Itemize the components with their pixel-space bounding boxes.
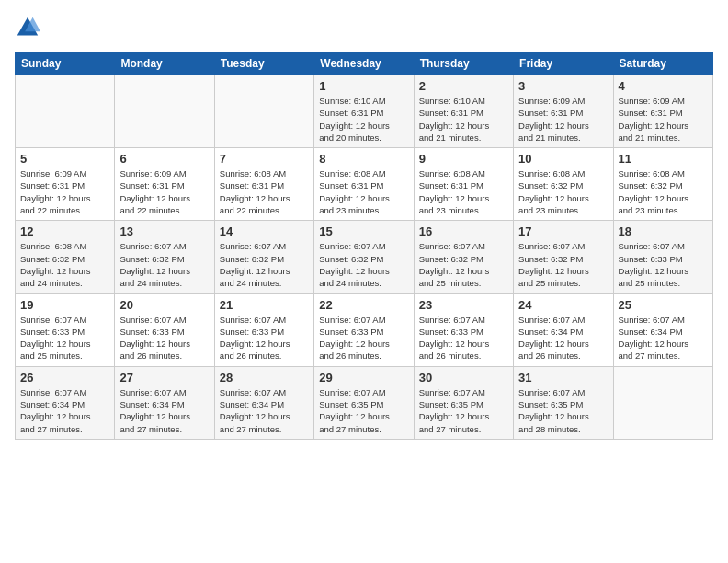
- calendar-cell: 20Sunrise: 6:07 AM Sunset: 6:33 PM Dayli…: [115, 293, 214, 366]
- calendar-week-1: 1Sunrise: 6:10 AM Sunset: 6:31 PM Daylig…: [16, 75, 713, 148]
- day-number: 26: [20, 371, 109, 385]
- day-info: Sunrise: 6:07 AM Sunset: 6:34 PM Dayligh…: [518, 314, 608, 362]
- day-number: 25: [619, 298, 708, 312]
- calendar-cell: 13Sunrise: 6:07 AM Sunset: 6:32 PM Dayli…: [115, 221, 214, 293]
- calendar-cell: 3Sunrise: 6:09 AM Sunset: 6:31 PM Daylig…: [514, 75, 613, 148]
- day-info: Sunrise: 6:07 AM Sunset: 6:34 PM Dayligh…: [619, 314, 708, 362]
- day-info: Sunrise: 6:08 AM Sunset: 6:31 PM Dayligh…: [319, 167, 408, 216]
- day-info: Sunrise: 6:07 AM Sunset: 6:32 PM Dayligh…: [419, 240, 508, 289]
- calendar-cell: 4Sunrise: 6:09 AM Sunset: 6:31 PM Daylig…: [613, 75, 712, 148]
- day-number: 17: [518, 224, 608, 238]
- day-number: 13: [119, 224, 209, 238]
- day-info: Sunrise: 6:10 AM Sunset: 6:31 PM Dayligh…: [319, 95, 408, 144]
- calendar-cell: 6Sunrise: 6:09 AM Sunset: 6:31 PM Daylig…: [115, 148, 214, 221]
- day-number: 10: [518, 152, 608, 166]
- day-number: 19: [20, 298, 109, 312]
- calendar-cell: 30Sunrise: 6:07 AM Sunset: 6:35 PM Dayli…: [414, 366, 513, 439]
- day-number: 8: [319, 152, 408, 166]
- day-info: Sunrise: 6:09 AM Sunset: 6:31 PM Dayligh…: [518, 95, 608, 144]
- day-number: 27: [119, 371, 209, 385]
- calendar-table: SundayMondayTuesdayWednesdayThursdayFrid…: [15, 52, 713, 440]
- calendar-week-2: 5Sunrise: 6:09 AM Sunset: 6:31 PM Daylig…: [16, 148, 713, 221]
- day-number: 30: [419, 371, 508, 385]
- weekday-header-saturday: Saturday: [613, 52, 712, 75]
- calendar-cell: 25Sunrise: 6:07 AM Sunset: 6:34 PM Dayli…: [613, 293, 712, 366]
- day-info: Sunrise: 6:07 AM Sunset: 6:32 PM Dayligh…: [319, 240, 408, 289]
- calendar-cell: [16, 75, 115, 148]
- weekday-header-wednesday: Wednesday: [314, 52, 414, 75]
- day-number: 18: [619, 224, 708, 238]
- calendar-cell: [214, 75, 313, 148]
- calendar-cell: 8Sunrise: 6:08 AM Sunset: 6:31 PM Daylig…: [314, 148, 414, 221]
- day-info: Sunrise: 6:07 AM Sunset: 6:34 PM Dayligh…: [119, 386, 209, 435]
- day-info: Sunrise: 6:07 AM Sunset: 6:33 PM Dayligh…: [319, 314, 408, 362]
- calendar-cell: 31Sunrise: 6:07 AM Sunset: 6:35 PM Dayli…: [514, 366, 613, 439]
- day-info: Sunrise: 6:07 AM Sunset: 6:32 PM Dayligh…: [220, 240, 309, 289]
- day-number: 31: [518, 371, 608, 385]
- day-number: 9: [419, 152, 508, 166]
- day-number: 7: [220, 152, 309, 166]
- weekday-header-tuesday: Tuesday: [214, 52, 313, 75]
- day-number: 29: [319, 371, 408, 385]
- day-info: Sunrise: 6:09 AM Sunset: 6:31 PM Dayligh…: [20, 167, 109, 216]
- calendar-cell: 1Sunrise: 6:10 AM Sunset: 6:31 PM Daylig…: [314, 75, 414, 148]
- day-info: Sunrise: 6:07 AM Sunset: 6:33 PM Dayligh…: [119, 314, 209, 362]
- calendar-cell: 5Sunrise: 6:09 AM Sunset: 6:31 PM Daylig…: [16, 148, 115, 221]
- calendar-cell: [115, 75, 214, 148]
- calendar-cell: 17Sunrise: 6:07 AM Sunset: 6:32 PM Dayli…: [514, 221, 613, 293]
- calendar-cell: 24Sunrise: 6:07 AM Sunset: 6:34 PM Dayli…: [514, 293, 613, 366]
- calendar-week-3: 12Sunrise: 6:08 AM Sunset: 6:32 PM Dayli…: [16, 221, 713, 293]
- calendar-cell: 27Sunrise: 6:07 AM Sunset: 6:34 PM Dayli…: [115, 366, 214, 439]
- day-number: 14: [220, 224, 309, 238]
- day-number: 2: [419, 79, 508, 93]
- day-info: Sunrise: 6:09 AM Sunset: 6:31 PM Dayligh…: [119, 167, 209, 216]
- calendar-cell: 12Sunrise: 6:08 AM Sunset: 6:32 PM Dayli…: [16, 221, 115, 293]
- calendar-cell: 22Sunrise: 6:07 AM Sunset: 6:33 PM Dayli…: [314, 293, 414, 366]
- day-info: Sunrise: 6:07 AM Sunset: 6:34 PM Dayligh…: [220, 386, 309, 435]
- day-info: Sunrise: 6:07 AM Sunset: 6:33 PM Dayligh…: [20, 314, 109, 362]
- calendar-cell: 26Sunrise: 6:07 AM Sunset: 6:34 PM Dayli…: [16, 366, 115, 439]
- day-number: 11: [619, 152, 708, 166]
- day-info: Sunrise: 6:07 AM Sunset: 6:32 PM Dayligh…: [119, 240, 209, 289]
- calendar-cell: 28Sunrise: 6:07 AM Sunset: 6:34 PM Dayli…: [214, 366, 313, 439]
- day-info: Sunrise: 6:08 AM Sunset: 6:32 PM Dayligh…: [20, 240, 109, 289]
- calendar-cell: 11Sunrise: 6:08 AM Sunset: 6:32 PM Dayli…: [613, 148, 712, 221]
- weekday-header-row: SundayMondayTuesdayWednesdayThursdayFrid…: [16, 52, 713, 75]
- page-header: [15, 15, 713, 40]
- calendar-cell: 7Sunrise: 6:08 AM Sunset: 6:31 PM Daylig…: [214, 148, 313, 221]
- day-number: 28: [220, 371, 309, 385]
- day-info: Sunrise: 6:07 AM Sunset: 6:34 PM Dayligh…: [20, 386, 109, 435]
- day-number: 15: [319, 224, 408, 238]
- day-info: Sunrise: 6:08 AM Sunset: 6:31 PM Dayligh…: [220, 167, 309, 216]
- day-info: Sunrise: 6:07 AM Sunset: 6:33 PM Dayligh…: [220, 314, 309, 362]
- day-number: 6: [119, 152, 209, 166]
- calendar-cell: 2Sunrise: 6:10 AM Sunset: 6:31 PM Daylig…: [414, 75, 513, 148]
- weekday-header-monday: Monday: [115, 52, 214, 75]
- weekday-header-sunday: Sunday: [16, 52, 115, 75]
- day-info: Sunrise: 6:07 AM Sunset: 6:35 PM Dayligh…: [319, 386, 408, 435]
- day-info: Sunrise: 6:09 AM Sunset: 6:31 PM Dayligh…: [619, 95, 708, 144]
- calendar-cell: 29Sunrise: 6:07 AM Sunset: 6:35 PM Dayli…: [314, 366, 414, 439]
- day-number: 12: [20, 224, 109, 238]
- day-number: 22: [319, 298, 408, 312]
- day-number: 20: [119, 298, 209, 312]
- calendar-week-5: 26Sunrise: 6:07 AM Sunset: 6:34 PM Dayli…: [16, 366, 713, 439]
- day-info: Sunrise: 6:08 AM Sunset: 6:32 PM Dayligh…: [518, 167, 608, 216]
- calendar-cell: 15Sunrise: 6:07 AM Sunset: 6:32 PM Dayli…: [314, 221, 414, 293]
- calendar-cell: 23Sunrise: 6:07 AM Sunset: 6:33 PM Dayli…: [414, 293, 513, 366]
- calendar-cell: 14Sunrise: 6:07 AM Sunset: 6:32 PM Dayli…: [214, 221, 313, 293]
- calendar-cell: 16Sunrise: 6:07 AM Sunset: 6:32 PM Dayli…: [414, 221, 513, 293]
- calendar-cell: 19Sunrise: 6:07 AM Sunset: 6:33 PM Dayli…: [16, 293, 115, 366]
- weekday-header-friday: Friday: [514, 52, 613, 75]
- day-number: 23: [419, 298, 508, 312]
- day-number: 5: [20, 152, 109, 166]
- calendar-cell: 10Sunrise: 6:08 AM Sunset: 6:32 PM Dayli…: [514, 148, 613, 221]
- day-number: 16: [419, 224, 508, 238]
- calendar-cell: 9Sunrise: 6:08 AM Sunset: 6:31 PM Daylig…: [414, 148, 513, 221]
- day-info: Sunrise: 6:07 AM Sunset: 6:35 PM Dayligh…: [419, 386, 508, 435]
- day-info: Sunrise: 6:10 AM Sunset: 6:31 PM Dayligh…: [419, 95, 508, 144]
- day-info: Sunrise: 6:07 AM Sunset: 6:32 PM Dayligh…: [518, 240, 608, 289]
- day-number: 3: [518, 79, 608, 93]
- weekday-header-thursday: Thursday: [414, 52, 513, 75]
- logo: [15, 15, 44, 40]
